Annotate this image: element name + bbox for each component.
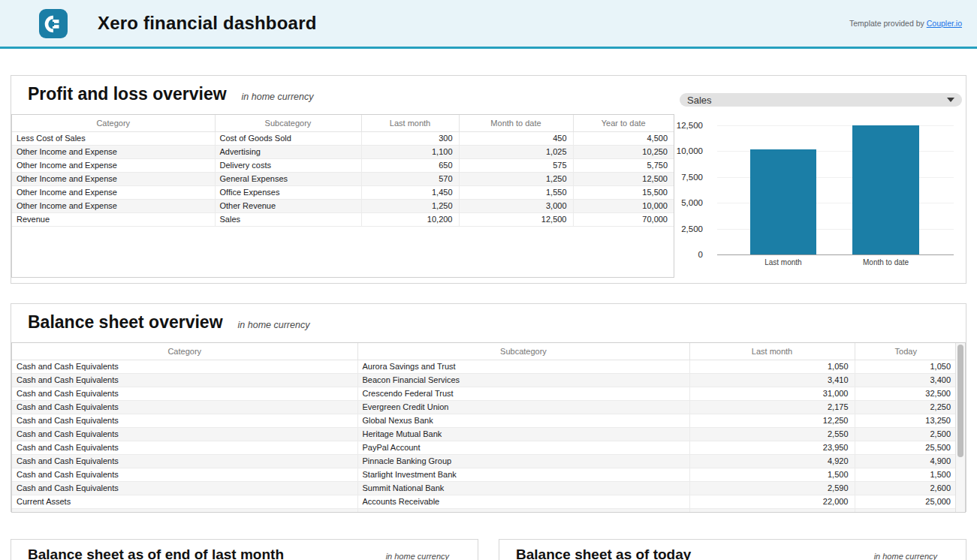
balance-last-month-subtitle: in home currency (386, 552, 449, 560)
table-cell: Evergreen Credit Union (357, 400, 689, 414)
table-row: Current LiabilitiesAccounts Payable10,00… (12, 508, 955, 512)
table-row: Cash and Cash EquivalentsGlobal Nexus Ba… (12, 414, 955, 427)
table-cell: 570 (361, 172, 459, 185)
pnl-subtitle: in home currency (242, 92, 314, 102)
table-cell: Aurora Savings and Trust (357, 360, 689, 373)
table-cell: 2,175 (689, 400, 855, 414)
table-cell: Current Liabilities (12, 508, 357, 512)
table-row: Cash and Cash EquivalentsBeacon Financia… (12, 373, 955, 387)
coupler-logo (39, 9, 68, 38)
table-cell: 2,550 (689, 427, 855, 441)
table-cell: Delivery costs (215, 158, 361, 172)
y-tick-label: 10,000 (658, 146, 703, 155)
table-cell: 32,500 (855, 387, 955, 400)
balance-today-title: Balance sheet as of today (516, 546, 691, 560)
table-cell: 31,000 (689, 387, 855, 400)
balance-scrollbar-thumb[interactable] (957, 345, 963, 457)
table-cell: 1,050 (689, 360, 855, 373)
table-row: Cash and Cash EquivalentsPayPal Account2… (12, 441, 955, 454)
table-cell: Other Income and Expense (12, 185, 215, 199)
table-cell: 3,410 (689, 373, 855, 387)
table-cell: 13,250 (855, 414, 955, 427)
table-cell: 2,250 (855, 400, 955, 414)
table-row: Other Income and ExpenseOffice Expenses1… (12, 185, 674, 199)
table-cell: 25,500 (855, 441, 955, 454)
table-cell: Cash and Cash Equivalents (12, 360, 357, 373)
x-axis-line (717, 254, 954, 255)
pnl-card: Profit and loss overview in home currenc… (11, 75, 966, 284)
page-title: Xero financial dashboard (98, 13, 317, 34)
table-cell: Pinnacle Banking Group (357, 454, 689, 468)
table-cell: Cash and Cash Equivalents (12, 373, 357, 387)
sales-chart-zone: Sales 12,50010,0007,5005,0002,5000Last m… (680, 93, 962, 279)
table-row: Cash and Cash EquivalentsHeritage Mutual… (12, 427, 955, 441)
table-row: Other Income and ExpenseAdvertising1,100… (12, 145, 674, 158)
table-cell: 4,900 (855, 454, 955, 468)
table-cell: Less Cost of Sales (12, 131, 215, 145)
table-cell: 1,250 (361, 199, 459, 212)
column-header: Last month (689, 343, 855, 360)
table-cell: 575 (459, 158, 573, 172)
pnl-table-container: CategorySubcategoryLast monthMonth to da… (11, 114, 674, 278)
table-cell: 22,000 (689, 495, 855, 508)
balance-scrollbar[interactable] (955, 343, 965, 512)
table-row: Cash and Cash EquivalentsSummit National… (12, 481, 955, 495)
sales-bar-chart-plot: 12,50010,0007,5005,0002,5000Last monthMo… (717, 125, 954, 254)
dashboard-page: Xero financial dashboard Template provid… (0, 0, 977, 560)
column-header: Category (12, 343, 357, 360)
y-tick-label: 0 (658, 250, 703, 259)
table-cell: 15,000 (855, 508, 955, 512)
metric-select[interactable]: Sales (680, 93, 962, 107)
balance-today-card: Balance sheet as of today in home curren… (499, 539, 966, 560)
table-cell: 10,200 (361, 212, 459, 226)
balance-subtitle: in home currency (238, 320, 310, 330)
table-cell: Revenue (12, 212, 215, 226)
balance-table-container: CategorySubcategoryLast monthTodayCash a… (11, 342, 966, 513)
table-cell: Cash and Cash Equivalents (12, 481, 357, 495)
table-cell: 450 (459, 131, 573, 145)
table-cell: 2,500 (855, 427, 955, 441)
table-cell: PayPal Account (357, 441, 689, 454)
sales-bar-chart: 12,50010,0007,5005,0002,5000Last monthMo… (680, 125, 962, 275)
balance-title: Balance sheet overview (28, 312, 223, 333)
table-cell: Summit National Bank (357, 481, 689, 495)
table-row: Cash and Cash EquivalentsStarlight Inves… (12, 468, 955, 481)
table-cell: Heritage Mutual Bank (357, 427, 689, 441)
table-cell: Cash and Cash Equivalents (12, 454, 357, 468)
table-cell: Sales (215, 212, 361, 226)
table-cell: 10,000 (689, 508, 855, 512)
table-cell: Global Nexus Bank (357, 414, 689, 427)
table-cell: Cash and Cash Equivalents (12, 400, 357, 414)
table-cell: 15,500 (573, 185, 674, 199)
table-cell: 2,590 (689, 481, 855, 495)
table-cell: Cash and Cash Equivalents (12, 441, 357, 454)
table-cell: 4,500 (573, 131, 674, 145)
table-cell: 1,500 (855, 468, 955, 481)
template-credit-text: Template provided by (849, 19, 927, 28)
column-header: Today (855, 343, 955, 360)
balance-table: CategorySubcategoryLast monthTodayCash a… (12, 343, 955, 512)
table-cell: Accounts Payable (357, 508, 689, 512)
coupler-link[interactable]: Coupler.io (927, 19, 962, 28)
table-cell: 4,920 (689, 454, 855, 468)
x-axis-label: Month to date (841, 258, 931, 266)
table-header-row: CategorySubcategoryLast monthToday (12, 343, 955, 360)
table-cell: Other Income and Expense (12, 145, 215, 158)
table-row: Less Cost of SalesCost of Goods Sold3004… (12, 131, 674, 145)
table-row: RevenueSales10,20012,50070,000 (12, 212, 674, 226)
table-cell: General Expenses (215, 172, 361, 185)
y-tick-label: 2,500 (658, 224, 703, 233)
table-cell: 1,050 (855, 360, 955, 373)
table-row: Cash and Cash EquivalentsCrescendo Feder… (12, 387, 955, 400)
bar-month-to-date (852, 125, 918, 254)
table-cell: Other Revenue (215, 199, 361, 212)
table-row: Current AssetsAccounts Receivable22,0002… (12, 495, 955, 508)
table-cell: 5,750 (573, 158, 674, 172)
table-cell: 23,950 (689, 441, 855, 454)
table-cell: Current Assets (12, 495, 357, 508)
table-cell: Office Expenses (215, 185, 361, 199)
table-cell: 1,500 (689, 468, 855, 481)
y-tick-label: 5,000 (658, 198, 703, 207)
pnl-title: Profit and loss overview (28, 84, 227, 104)
y-tick-label: 12,500 (658, 121, 703, 130)
